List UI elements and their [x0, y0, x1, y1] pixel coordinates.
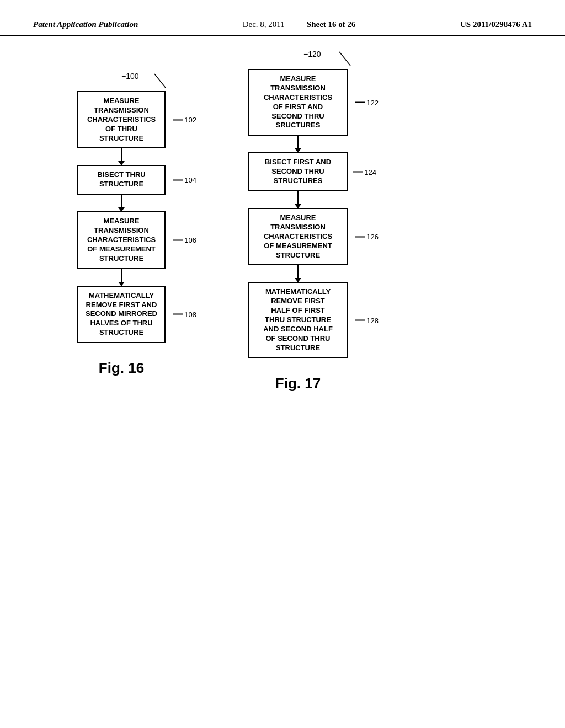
header-sheet: Sheet 16 of 26: [307, 20, 356, 29]
fig16-ref-108: 108: [173, 310, 196, 318]
svg-line-2: [339, 52, 350, 66]
fig16-box-108-wrapper: MATHEMATICALLYREMOVE FIRST ANDSECOND MIR…: [77, 286, 166, 343]
fig16-ref-104: 104: [173, 176, 196, 184]
fig16-flow: −100 MEASURETRANSMISSIONCHARACTERISTICSO…: [77, 91, 166, 377]
fig17-top-ref-arrow: −120: [303, 49, 364, 69]
fig17-box-126: MEASURETRANSMISSIONCHARACTERISTICSOF MEA…: [248, 208, 348, 265]
fig17-arrow-1: [297, 136, 299, 152]
page: Patent Application Publication Dec. 8, 2…: [0, 0, 565, 728]
fig16-diagram: −100 MEASURETRANSMISSIONCHARACTERISTICSO…: [33, 58, 232, 392]
fig17-ref-122: 122: [355, 98, 379, 106]
fig16-top-ref-arrow: −100: [121, 71, 177, 91]
fig17-ref-128: 128: [355, 316, 379, 324]
publication-label: Patent Application Publication: [33, 20, 138, 29]
fig16-ref-106: 106: [173, 236, 196, 244]
fig16-box-104-wrapper: BISECT THRUSTRUCTURE 104: [77, 165, 166, 195]
fig17-arrow-3: [297, 265, 299, 282]
fig16-box-106: MEASURETRANSMISSIONCHARACTERISTICSOF MEA…: [77, 211, 166, 269]
svg-line-0: [154, 74, 166, 88]
header-patent: US 2011/0298476 A1: [460, 20, 532, 29]
fig16-arrow-1: [121, 148, 122, 165]
fig17-box-128: MATHEMATICALLYREMOVE FIRSTHALF OF FIRSTT…: [248, 282, 348, 358]
fig17-box-128-wrapper: MATHEMATICALLYREMOVE FIRSTHALF OF FIRSTT…: [248, 282, 348, 358]
fig17-arrow-2: [297, 191, 299, 208]
fig17-box-124-wrapper: BISECT FIRST ANDSECOND THRUSTRUCTURES 12…: [248, 152, 348, 191]
svg-text:−100: −100: [121, 72, 139, 81]
fig17-box-124: BISECT FIRST ANDSECOND THRUSTRUCTURES: [248, 152, 348, 191]
fig17-ref-124: 124: [353, 168, 376, 176]
fig17-box-126-wrapper: MEASURETRANSMISSIONCHARACTERISTICSOF MEA…: [248, 208, 348, 265]
fig16-arrow-3: [121, 269, 122, 286]
fig16-box-102: MEASURETRANSMISSIONCHARACTERISTICSOF THR…: [77, 91, 166, 148]
fig16-box-108: MATHEMATICALLYREMOVE FIRST ANDSECOND MIR…: [77, 286, 166, 343]
fig16-ref-102: 102: [173, 116, 196, 124]
fig16-box-102-wrapper: MEASURETRANSMISSIONCHARACTERISTICSOF THR…: [77, 91, 166, 148]
fig17-ref-126: 126: [355, 233, 379, 241]
fig16-box-104: BISECT THRUSTRUCTURE: [77, 165, 166, 195]
fig16-arrow-2: [121, 195, 122, 211]
header-date: Dec. 8, 2011: [243, 20, 285, 29]
fig17-flow: −120 MEASURETRANSMISSIONCHARACTERISTICSO…: [248, 69, 348, 392]
fig17-box-122-wrapper: MEASURETRANSMISSIONCHARACTERISTICSOF FIR…: [248, 69, 348, 136]
fig16-label: Fig. 16: [99, 360, 144, 377]
fig17-box-122: MEASURETRANSMISSIONCHARACTERISTICSOF FIR…: [248, 69, 348, 136]
fig17-label: Fig. 17: [275, 375, 321, 392]
header: Patent Application Publication Dec. 8, 2…: [0, 0, 565, 36]
main-content: −100 MEASURETRANSMISSIONCHARACTERISTICSO…: [0, 36, 565, 414]
fig16-box-106-wrapper: MEASURETRANSMISSIONCHARACTERISTICSOF MEA…: [77, 211, 166, 269]
svg-text:−120: −120: [303, 50, 321, 58]
fig17-diagram: −120 MEASURETRANSMISSIONCHARACTERISTICSO…: [232, 58, 532, 392]
